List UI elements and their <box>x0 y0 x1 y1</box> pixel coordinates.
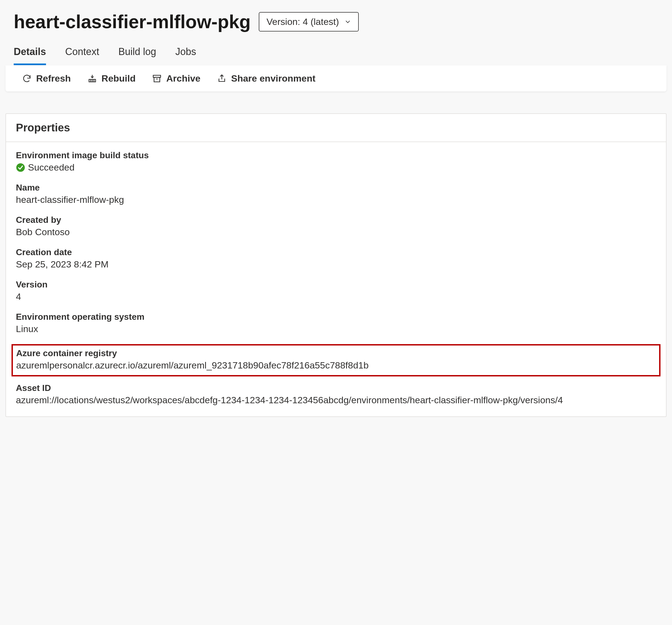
prop-os: Environment operating system Linux <box>16 312 656 334</box>
prop-value: Linux <box>16 323 656 334</box>
properties-panel: Properties Environment image build statu… <box>5 113 667 417</box>
chevron-down-icon <box>344 18 351 25</box>
rebuild-button[interactable]: Rebuild <box>87 73 136 84</box>
prop-value: 4 <box>16 291 656 302</box>
prop-creation-date: Creation date Sep 25, 2023 8:42 PM <box>16 247 656 270</box>
archive-icon <box>152 74 162 83</box>
prop-acr: Azure container registry azuremlpersonal… <box>16 348 656 371</box>
refresh-label: Refresh <box>36 73 71 84</box>
prop-asset-id: Asset ID azureml://locations/westus2/wor… <box>16 383 656 405</box>
refresh-button[interactable]: Refresh <box>22 73 71 84</box>
svg-point-9 <box>16 163 25 172</box>
tab-build-log[interactable]: Build log <box>118 46 156 65</box>
version-dropdown[interactable]: Version: 4 (latest) <box>259 12 359 31</box>
prop-value: heart-classifier-mlflow-pkg <box>16 194 656 205</box>
prop-label: Environment operating system <box>16 312 656 322</box>
prop-label: Name <box>16 183 656 193</box>
prop-label: Azure container registry <box>16 348 656 358</box>
prop-label: Created by <box>16 215 656 225</box>
tab-jobs[interactable]: Jobs <box>175 46 196 65</box>
prop-label: Creation date <box>16 247 656 257</box>
properties-title: Properties <box>6 114 666 142</box>
tabs: Details Context Build log Jobs <box>5 41 667 66</box>
prop-build-status: Environment image build status Succeeded <box>16 150 656 173</box>
prop-name: Name heart-classifier-mlflow-pkg <box>16 183 656 205</box>
toolbar: Refresh Rebuild Archive Share environmen… <box>5 66 667 92</box>
archive-button[interactable]: Archive <box>152 73 200 84</box>
prop-created-by: Created by Bob Contoso <box>16 215 656 237</box>
check-circle-icon <box>16 163 25 172</box>
tab-context[interactable]: Context <box>65 46 99 65</box>
page-title: heart-classifier-mlflow-pkg <box>14 11 250 32</box>
prop-label: Environment image build status <box>16 150 656 161</box>
status-text: Succeeded <box>28 162 74 173</box>
refresh-icon <box>22 74 32 83</box>
highlight-box: Azure container registry azuremlpersonal… <box>11 344 661 377</box>
archive-label: Archive <box>166 73 200 84</box>
share-icon <box>217 74 227 83</box>
prop-label: Version <box>16 280 656 290</box>
prop-value: Sep 25, 2023 8:42 PM <box>16 259 656 270</box>
share-button[interactable]: Share environment <box>217 73 315 84</box>
version-dropdown-label: Version: 4 (latest) <box>266 17 339 27</box>
prop-value: Bob Contoso <box>16 227 656 237</box>
share-label: Share environment <box>231 73 315 84</box>
status-badge: Succeeded <box>16 162 656 173</box>
prop-value: azureml://locations/westus2/workspaces/a… <box>16 395 656 405</box>
prop-value: azuremlpersonalcr.azurecr.io/azureml/azu… <box>16 360 656 371</box>
header: heart-classifier-mlflow-pkg Version: 4 (… <box>5 8 667 41</box>
prop-version: Version 4 <box>16 280 656 302</box>
properties-body: Environment image build status Succeeded… <box>6 142 666 416</box>
rebuild-icon <box>87 74 97 83</box>
rebuild-label: Rebuild <box>102 73 136 84</box>
svg-rect-6 <box>154 77 160 82</box>
tab-details[interactable]: Details <box>14 46 46 65</box>
prop-label: Asset ID <box>16 383 656 393</box>
